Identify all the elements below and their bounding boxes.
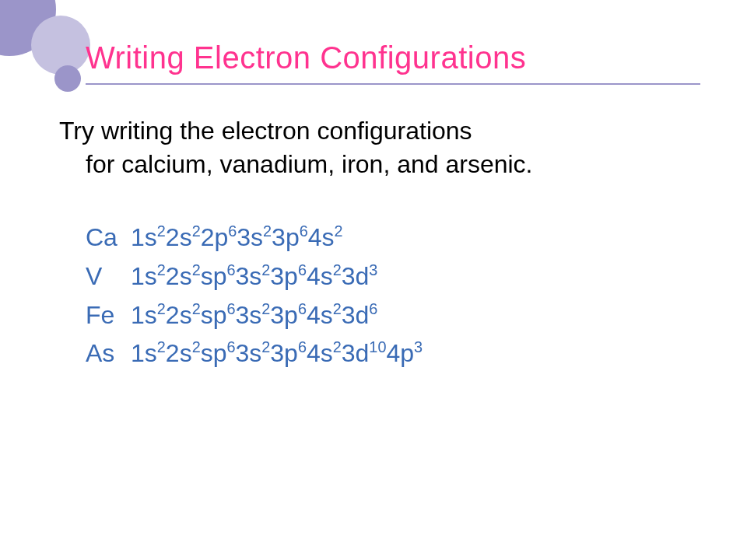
orbital-base: 3p <box>270 339 298 367</box>
orbital-base: sp <box>201 339 227 367</box>
orbital-superscript: 2 <box>263 223 272 240</box>
orbital-base: 4s <box>307 301 333 329</box>
orbital-base: 3p <box>270 301 298 329</box>
decor-circle-small <box>54 65 81 92</box>
config-row: As1s22s2sp63s23p64s23d104p3 <box>86 334 700 373</box>
config-row: Ca1s22s22p63s23p64s2 <box>86 219 700 257</box>
orbital-base: 1s <box>131 223 157 251</box>
orbital-superscript: 2 <box>261 261 270 278</box>
orbital-superscript: 2 <box>192 339 201 356</box>
orbital-superscript: 6 <box>298 300 307 317</box>
orbital-superscript: 6 <box>369 300 377 317</box>
orbital-superscript: 10 <box>369 339 386 356</box>
element-symbol: Fe <box>86 296 131 335</box>
orbital-superscript: 2 <box>192 261 201 278</box>
orbital-superscript: 3 <box>414 339 423 356</box>
prompt-text: Try writing the electron configurations … <box>86 114 700 181</box>
orbital-base: 3p <box>270 262 298 290</box>
orbital-base: 1s <box>131 301 157 329</box>
orbital-superscript: 2 <box>335 223 343 240</box>
orbital-superscript: 2 <box>157 261 166 278</box>
decor-circle-medium <box>31 16 90 75</box>
orbital-base: 1s <box>131 339 157 367</box>
orbital-base: 3s <box>237 223 263 251</box>
corner-decoration <box>0 0 95 95</box>
orbital-superscript: 2 <box>157 339 166 356</box>
orbital-superscript: 2 <box>333 339 342 356</box>
orbital-superscript: 6 <box>226 261 235 278</box>
orbital-superscript: 2 <box>333 300 342 317</box>
orbital-base: 3s <box>235 301 261 329</box>
orbital-base: 2s <box>166 339 192 367</box>
orbital-base: 4p <box>386 339 414 367</box>
slide-title: Writing Electron Configurations <box>86 40 700 85</box>
config-row: V1s22s2sp63s23p64s23d3 <box>86 257 700 296</box>
orbital-base: sp <box>201 301 227 329</box>
orbital-base: 3d <box>342 262 370 290</box>
orbital-superscript: 2 <box>157 300 166 317</box>
answers-list: Ca1s22s22p63s23p64s2V1s22s2sp63s23p64s23… <box>86 219 700 373</box>
orbital-base: 3d <box>342 301 370 329</box>
slide-content: Writing Electron Configurations Try writ… <box>86 40 700 373</box>
config-row: Fe1s22s2sp63s23p64s23d6 <box>86 296 700 335</box>
orbital-base: 2s <box>166 262 192 290</box>
orbital-superscript: 2 <box>333 261 342 278</box>
orbital-base: 3s <box>235 339 261 367</box>
orbital-superscript: 6 <box>298 261 307 278</box>
orbital-base: 4s <box>307 262 333 290</box>
orbital-superscript: 6 <box>298 339 307 356</box>
element-symbol: Ca <box>86 219 131 257</box>
prompt-line-rest: for calcium, vanadium, iron, and arsenic… <box>86 150 532 178</box>
orbital-superscript: 6 <box>226 339 235 356</box>
orbital-superscript: 2 <box>192 223 201 240</box>
orbital-superscript: 2 <box>261 339 270 356</box>
orbital-base: 2s <box>166 223 192 251</box>
orbital-superscript: 6 <box>300 223 308 240</box>
orbital-base: 3d <box>342 339 370 367</box>
orbital-superscript: 3 <box>369 261 377 278</box>
orbital-base: 4s <box>308 223 335 251</box>
prompt-line-1: Try writing the electron configurations <box>59 114 700 148</box>
orbital-superscript: 2 <box>192 300 201 317</box>
element-symbol: As <box>86 334 131 373</box>
orbital-base: 2s <box>166 301 192 329</box>
orbital-superscript: 6 <box>228 223 237 240</box>
orbital-base: 2p <box>201 223 229 251</box>
orbital-base: sp <box>201 262 227 290</box>
orbital-superscript: 2 <box>261 300 270 317</box>
element-symbol: V <box>86 257 131 296</box>
orbital-superscript: 2 <box>157 223 166 240</box>
orbital-base: 3p <box>272 223 300 251</box>
orbital-base: 3s <box>235 262 261 290</box>
orbital-base: 1s <box>131 262 157 290</box>
orbital-superscript: 6 <box>226 300 235 317</box>
orbital-base: 4s <box>307 339 333 367</box>
